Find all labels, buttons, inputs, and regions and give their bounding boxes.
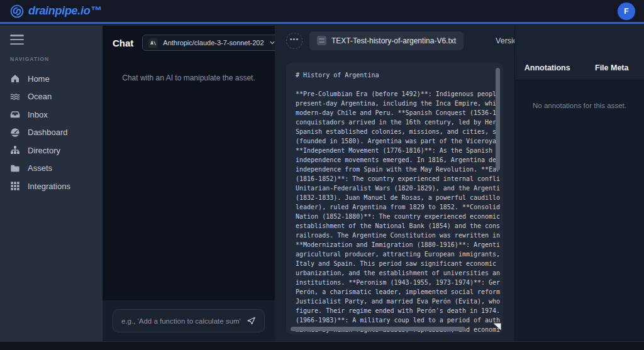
grid-icon (10, 181, 20, 191)
sidebar-item-label: Ocean (28, 92, 52, 101)
app-logo[interactable]: drainpipe.io™ (10, 4, 101, 18)
sidebar-item-ocean[interactable]: Ocean (9, 88, 94, 106)
more-options-button[interactable]: ••• (286, 33, 303, 49)
sidebar-item-label: Assets (28, 163, 52, 173)
bottom-strip (0, 341, 644, 350)
file-tab-label: TEXT-Test-history-of-argentina-V6.txt (331, 36, 456, 45)
folder-icon (10, 163, 20, 173)
drainpipe-logo-icon (10, 4, 24, 18)
sidebar-item-home[interactable]: Home (9, 70, 94, 88)
annotations-panel: Annotations File Meta No annotations for… (514, 26, 644, 341)
dashboard-icon (10, 128, 20, 138)
tab-file-meta[interactable]: File Meta (580, 55, 644, 80)
waves-icon (10, 92, 20, 102)
chat-input[interactable] (121, 317, 245, 325)
right-panel-tabs: Annotations File Meta (515, 55, 644, 80)
tab-annotations[interactable]: Annotations (515, 55, 580, 80)
sidebar-item-inbox[interactable]: Inbox (9, 106, 94, 124)
sidebar-item-directory[interactable]: Directory (9, 141, 94, 160)
annotations-empty-state: No annotations for this asset. (515, 102, 644, 109)
model-selector-dropdown[interactable]: A\ Anthropic/claude-3-7-sonnet-202 (142, 35, 281, 51)
top-header: drainpipe.io™ F (0, 0, 644, 24)
chat-empty-state: Chat with an AI to manipulate the asset. (103, 74, 275, 82)
hamburger-menu-icon[interactable] (10, 35, 24, 45)
nav-sidebar: NAVIGATION Home Ocean Inbox (0, 26, 103, 341)
sidebar-item-assets[interactable]: Assets (9, 160, 94, 178)
sidebar-item-label: Directory (28, 146, 60, 155)
sidebar-item-integrations[interactable]: Integrations (9, 177, 94, 195)
right-panel-toolbar-gap (515, 26, 644, 55)
send-icon (246, 315, 257, 326)
logo-text: drainpipe.io™ (28, 4, 101, 18)
sidebar-item-label: Inbox (28, 110, 48, 119)
directory-icon (10, 145, 20, 155)
horizontal-scrollbar-thumb[interactable] (291, 327, 465, 331)
app-window: drainpipe.io™ F NAVIGATION Home Ocean In… (0, 0, 644, 350)
editor-content[interactable]: # History of Argentina **Pre-Columbian E… (286, 63, 503, 334)
chat-input-area (103, 300, 275, 341)
chat-input-box (113, 309, 265, 332)
sidebar-item-label: Integrations (28, 182, 70, 191)
inbox-icon (10, 109, 20, 119)
chat-panel: Chat A\ Anthropic/claude-3-7-sonnet-202 … (103, 26, 275, 341)
chat-card: Chat A\ Anthropic/claude-3-7-sonnet-202 … (103, 26, 275, 300)
vertical-scrollbar-thumb[interactable] (496, 68, 500, 170)
sidebar-item-dashboard[interactable]: Dashboard (9, 124, 94, 142)
resize-handle[interactable] (494, 324, 501, 331)
anthropic-icon: A\ (148, 38, 158, 48)
file-icon (317, 36, 326, 45)
user-avatar[interactable]: F (618, 3, 635, 20)
sidebar-item-label: Home (28, 74, 50, 84)
text-editor[interactable]: # History of Argentina **Pre-Columbian E… (286, 63, 503, 334)
file-tab[interactable]: TEXT-Test-history-of-argentina-V6.txt (309, 31, 464, 50)
chat-title: Chat (113, 38, 133, 48)
send-button[interactable] (245, 314, 258, 327)
nav-section-label: NAVIGATION (10, 56, 94, 62)
sidebar-item-label: Dashboard (28, 128, 68, 137)
model-selector-value: Anthropic/claude-3-7-sonnet-202 (163, 39, 264, 46)
home-icon (10, 74, 20, 84)
